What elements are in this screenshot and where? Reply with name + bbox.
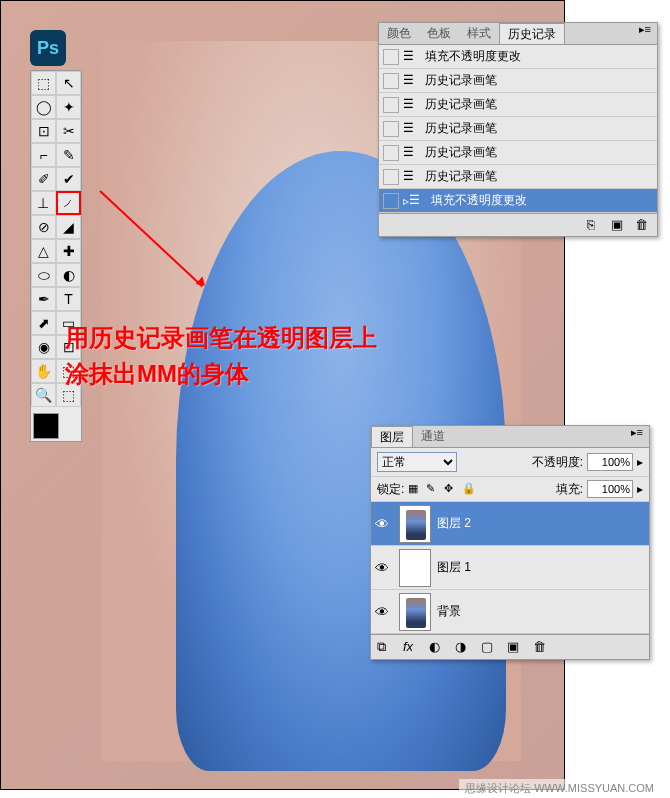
eye-icon[interactable]: 👁	[371, 516, 393, 532]
watermark: 思缘设计论坛 WWW.MISSYUAN.COM	[459, 779, 660, 798]
tool-button[interactable]: ◐	[56, 263, 81, 287]
history-visibility-toggle[interactable]	[383, 145, 399, 161]
layers-panel-footer: ⧉ fx ◐ ◑ ▢ ▣ 🗑	[371, 634, 649, 659]
tool-button[interactable]: ✔	[56, 167, 81, 191]
history-panel-footer: ⎘ ▣ 🗑	[379, 213, 657, 236]
foreground-color-swatch[interactable]	[33, 413, 59, 439]
tool-button[interactable]: △	[31, 239, 56, 263]
tool-button[interactable]: ✒	[31, 287, 56, 311]
lock-image-icon[interactable]: ✎	[426, 482, 440, 496]
history-visibility-toggle[interactable]	[383, 193, 399, 209]
layer-item[interactable]: 👁图层 1	[371, 546, 649, 590]
history-item[interactable]: ☰历史记录画笔	[379, 93, 657, 117]
tool-button[interactable]: ↖	[56, 71, 81, 95]
history-state-icon: ☰	[403, 145, 419, 161]
layer-lock-row: 锁定: ▦ ✎ ✥ 🔒 填充: ▸	[371, 477, 649, 502]
tab-layers[interactable]: 图层	[371, 426, 413, 447]
lock-transparency-icon[interactable]: ▦	[408, 482, 422, 496]
history-label: 历史记录画笔	[425, 144, 497, 161]
new-layer-icon[interactable]: ▣	[507, 639, 523, 655]
history-item[interactable]: ▹☰填充不透明度更改	[379, 189, 657, 213]
layer-name[interactable]: 图层 2	[437, 515, 471, 532]
layer-thumbnail[interactable]	[399, 593, 431, 631]
history-state-icon: ☰	[403, 49, 419, 65]
trash-icon[interactable]: 🗑	[635, 217, 651, 233]
tool-button[interactable]: ✐	[31, 167, 56, 191]
tool-button[interactable]: ✂	[56, 119, 81, 143]
tool-button[interactable]: ✎	[56, 143, 81, 167]
history-visibility-toggle[interactable]	[383, 97, 399, 113]
tab-channels[interactable]: 通道	[413, 426, 453, 447]
panel-menu-icon[interactable]: ▸≡	[633, 23, 657, 44]
tab-color[interactable]: 颜色	[379, 23, 419, 44]
tool-button[interactable]: ⬚	[31, 71, 56, 95]
panel-menu-icon[interactable]: ▸≡	[625, 426, 649, 447]
history-visibility-toggle[interactable]	[383, 49, 399, 65]
layer-item[interactable]: 👁背景	[371, 590, 649, 634]
tool-button[interactable]: ⟋	[56, 191, 81, 215]
new-snapshot-icon[interactable]: ▣	[611, 217, 627, 233]
tab-history[interactable]: 历史记录	[499, 23, 565, 44]
tool-button[interactable]: ⬭	[31, 263, 56, 287]
tool-button[interactable]: T	[56, 287, 81, 311]
tool-button[interactable]: ⊡	[31, 119, 56, 143]
tool-button[interactable]: 🔍	[31, 383, 56, 407]
history-item[interactable]: ☰历史记录画笔	[379, 69, 657, 93]
layer-fx-icon[interactable]: fx	[403, 639, 419, 655]
adjustment-layer-icon[interactable]: ◑	[455, 639, 471, 655]
history-visibility-toggle[interactable]	[383, 169, 399, 185]
tab-styles[interactable]: 样式	[459, 23, 499, 44]
lock-all-icon[interactable]: 🔒	[462, 482, 476, 496]
layer-name[interactable]: 图层 1	[437, 559, 471, 576]
annotation-line2: 涂抹出MM的身体	[65, 356, 377, 392]
history-item[interactable]: ☰历史记录画笔	[379, 117, 657, 141]
history-visibility-toggle[interactable]	[383, 73, 399, 89]
tool-button[interactable]: ◉	[31, 335, 56, 359]
tool-button[interactable]: ⬈	[31, 311, 56, 335]
tool-button[interactable]: ◯	[31, 95, 56, 119]
history-label: 历史记录画笔	[425, 120, 497, 137]
tool-button[interactable]: ✦	[56, 95, 81, 119]
history-label: 填充不透明度更改	[431, 192, 527, 209]
eye-icon[interactable]: 👁	[371, 604, 393, 620]
fill-label: 填充:	[556, 481, 583, 498]
tool-button[interactable]: ⌐	[31, 143, 56, 167]
layer-mask-icon[interactable]: ◐	[429, 639, 445, 655]
color-swatches[interactable]	[31, 411, 81, 441]
trash-icon[interactable]: 🗑	[533, 639, 549, 655]
history-item[interactable]: ☰填充不透明度更改	[379, 45, 657, 69]
new-document-icon[interactable]: ⎘	[587, 217, 603, 233]
layers-panel-tabs: 图层 通道 ▸≡	[371, 426, 649, 448]
group-icon[interactable]: ▢	[481, 639, 497, 655]
layer-name[interactable]: 背景	[437, 603, 461, 620]
tool-button[interactable]: ✚	[56, 239, 81, 263]
tool-button[interactable]: ✋	[31, 359, 56, 383]
history-visibility-toggle[interactable]	[383, 121, 399, 137]
history-item[interactable]: ☰历史记录画笔	[379, 165, 657, 189]
layers-panel: 图层 通道 ▸≡ 正常 不透明度: ▸ 锁定: ▦ ✎ ✥ 🔒 填充: ▸ 👁图…	[370, 425, 650, 660]
history-label: 填充不透明度更改	[425, 48, 521, 65]
lock-position-icon[interactable]: ✥	[444, 482, 458, 496]
tool-button[interactable]: ⊘	[31, 215, 56, 239]
layer-thumbnail[interactable]	[399, 505, 431, 543]
tool-button[interactable]: ◢	[56, 215, 81, 239]
history-panel: 颜色 色板 样式 历史记录 ▸≡ ☰填充不透明度更改☰历史记录画笔☰历史记录画笔…	[378, 22, 658, 237]
tool-button[interactable]: ⊥	[31, 191, 56, 215]
layer-item[interactable]: 👁图层 2	[371, 502, 649, 546]
blend-mode-select[interactable]: 正常	[377, 452, 457, 472]
history-state-icon: ☰	[403, 97, 419, 113]
dropdown-icon[interactable]: ▸	[637, 482, 643, 496]
annotation-text: 用历史记录画笔在透明图层上 涂抹出MM的身体	[65, 320, 377, 392]
eye-icon[interactable]: 👁	[371, 560, 393, 576]
photoshop-logo: Ps	[30, 30, 66, 66]
history-label: 历史记录画笔	[425, 96, 497, 113]
layer-thumbnail[interactable]	[399, 549, 431, 587]
lock-label: 锁定:	[377, 481, 404, 498]
dropdown-icon[interactable]: ▸	[637, 455, 643, 469]
tab-swatches[interactable]: 色板	[419, 23, 459, 44]
history-item[interactable]: ☰历史记录画笔	[379, 141, 657, 165]
fill-input[interactable]	[587, 480, 633, 498]
opacity-input[interactable]	[587, 453, 633, 471]
history-label: 历史记录画笔	[425, 168, 497, 185]
link-layers-icon[interactable]: ⧉	[377, 639, 393, 655]
